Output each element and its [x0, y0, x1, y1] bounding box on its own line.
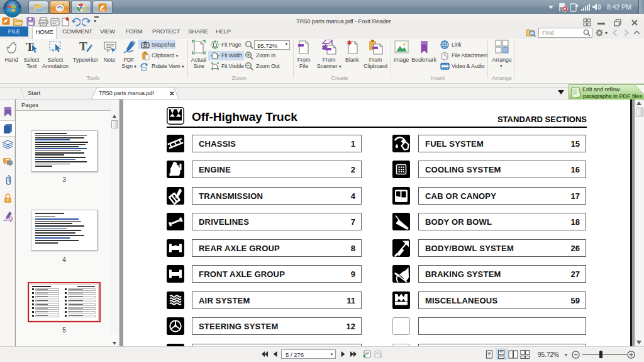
- svg-text:PDF: PDF: [100, 8, 106, 11]
- svg-text:T: T: [79, 40, 87, 53]
